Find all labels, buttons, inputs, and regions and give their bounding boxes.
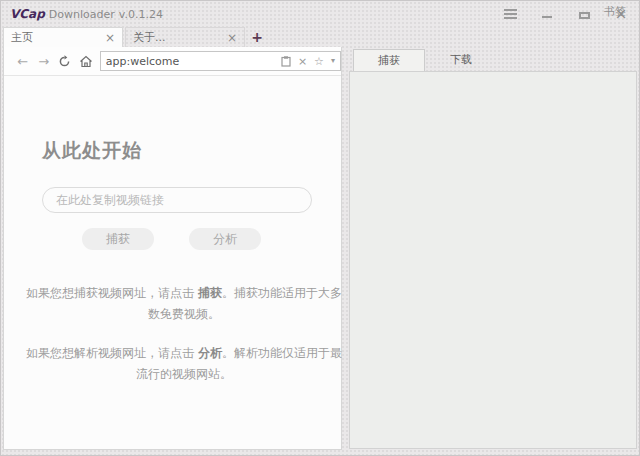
- browser-panel: ← → ×: [3, 47, 342, 450]
- address-bar-icons: × ☆ ▾: [281, 56, 335, 67]
- url-input[interactable]: [106, 55, 281, 68]
- analyze-instruction: 如果您想解析视频网址，请点击 分析。解析功能仅适用于最流行的视频网站。: [24, 343, 344, 385]
- capture-list-area: [349, 71, 637, 449]
- capture-button[interactable]: 捕获: [82, 228, 154, 250]
- capture-download-panel: 捕获 下载: [349, 49, 637, 449]
- app-title: VCap Downloader v.0.1.24: [1, 7, 163, 21]
- browser-tabbar: 主页 × 关于... × +: [3, 27, 637, 47]
- welcome-page: 从此处开始 捕获 分析 如果您想捕获视频网址，请点击 捕获。捕获功能适用于大多数…: [4, 76, 341, 385]
- minimize-button[interactable]: [539, 6, 555, 22]
- tab-about[interactable]: 关于... ×: [125, 27, 245, 47]
- panel-tabbar: 捕获 下载: [349, 49, 637, 71]
- maximize-button[interactable]: [576, 6, 592, 22]
- home-button[interactable]: [76, 55, 97, 68]
- capture-instruction: 如果您想捕获视频网址，请点击 捕获。捕获功能适用于大多数免费视频。: [24, 283, 344, 325]
- tab-download[interactable]: 下载: [425, 49, 497, 71]
- app-name-suffix: Downloader: [49, 8, 115, 21]
- tab-close-icon[interactable]: ×: [105, 32, 115, 44]
- page-title: 从此处开始: [42, 138, 341, 164]
- url-dropdown-icon[interactable]: ▾: [331, 57, 335, 65]
- home-icon: [79, 55, 93, 68]
- tab-label: 主页: [11, 30, 105, 45]
- tab-close-icon[interactable]: ×: [227, 32, 237, 44]
- titlebar: VCap Downloader v.0.1.24 ×: [1, 1, 639, 27]
- forward-button[interactable]: →: [33, 54, 54, 69]
- bookmarks-button[interactable]: 书签: [604, 4, 626, 19]
- refresh-button[interactable]: [54, 55, 75, 68]
- video-link-input[interactable]: [42, 187, 312, 213]
- clear-url-icon[interactable]: ×: [298, 56, 307, 67]
- tab-capture[interactable]: 捕获: [353, 49, 425, 71]
- minimize-icon: [542, 16, 552, 18]
- bookmark-star-icon[interactable]: ☆: [314, 56, 324, 67]
- new-tab-button[interactable]: +: [245, 27, 269, 47]
- app-window: VCap Downloader v.0.1.24 × 主页 × 关于... × …: [0, 0, 640, 456]
- refresh-icon: [58, 55, 71, 68]
- paste-icon[interactable]: [281, 56, 291, 67]
- analyze-button[interactable]: 分析: [189, 228, 261, 250]
- back-button[interactable]: ←: [12, 54, 33, 69]
- tab-label: 关于...: [133, 30, 227, 45]
- action-buttons: 捕获 分析: [42, 228, 341, 250]
- navigation-bar: ← → ×: [4, 47, 341, 76]
- app-logo: VCap: [10, 7, 45, 21]
- address-bar: × ☆ ▾: [100, 51, 341, 71]
- app-version: v.0.1.24: [119, 8, 163, 21]
- maximize-icon: [579, 12, 590, 19]
- menu-button[interactable]: [502, 6, 518, 22]
- hamburger-icon: [504, 13, 517, 15]
- tab-home[interactable]: 主页 ×: [3, 27, 123, 47]
- instructions: 如果您想捕获视频网址，请点击 捕获。捕获功能适用于大多数免费视频。 如果您想解析…: [24, 283, 344, 385]
